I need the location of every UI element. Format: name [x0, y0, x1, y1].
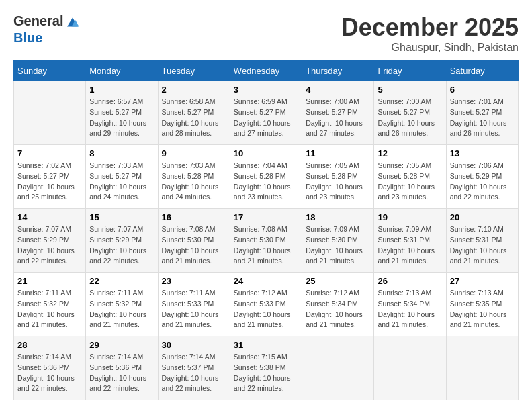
week-row-4: 21 Sunrise: 7:11 AMSunset: 5:32 PMDaylig…	[14, 273, 519, 336]
day-number: 14	[17, 212, 82, 222]
cell-w3-d4: 17 Sunrise: 7:08 AMSunset: 5:30 PMDaylig…	[230, 209, 302, 273]
day-number: 30	[162, 340, 226, 350]
cell-w5-d6	[374, 336, 446, 400]
day-detail: Sunrise: 7:12 AMSunset: 5:33 PMDaylight:…	[234, 289, 291, 328]
day-number: 7	[17, 148, 82, 158]
cell-w5-d3: 30 Sunrise: 7:14 AMSunset: 5:37 PMDaylig…	[158, 336, 230, 400]
day-number: 20	[450, 212, 515, 222]
day-number: 11	[306, 148, 370, 158]
day-detail: Sunrise: 7:14 AMSunset: 5:37 PMDaylight:…	[162, 353, 219, 392]
day-detail: Sunrise: 7:01 AMSunset: 5:27 PMDaylight:…	[450, 97, 507, 137]
header-row: Sunday Monday Tuesday Wednesday Thursday…	[14, 61, 519, 81]
cell-w3-d3: 16 Sunrise: 7:08 AMSunset: 5:30 PMDaylig…	[158, 209, 230, 273]
cell-w5-d2: 29 Sunrise: 7:14 AMSunset: 5:36 PMDaylig…	[86, 336, 158, 400]
day-detail: Sunrise: 6:58 AMSunset: 5:27 PMDaylight:…	[162, 97, 219, 137]
day-number: 24	[234, 276, 298, 286]
day-detail: Sunrise: 7:11 AMSunset: 5:32 PMDaylight:…	[17, 289, 75, 328]
day-detail: Sunrise: 7:08 AMSunset: 5:30 PMDaylight:…	[162, 225, 219, 265]
day-detail: Sunrise: 7:12 AMSunset: 5:34 PMDaylight:…	[306, 289, 363, 328]
day-detail: Sunrise: 7:14 AMSunset: 5:36 PMDaylight:…	[17, 353, 75, 392]
title-block: December 2025 Ghauspur, Sindh, Pakistan	[341, 13, 519, 54]
cell-w1-d5: 4 Sunrise: 7:00 AMSunset: 5:27 PMDayligh…	[302, 81, 374, 145]
cell-w4-d5: 25 Sunrise: 7:12 AMSunset: 5:34 PMDaylig…	[302, 273, 374, 336]
day-detail: Sunrise: 7:04 AMSunset: 5:28 PMDaylight:…	[234, 161, 291, 201]
cell-w3-d6: 19 Sunrise: 7:09 AMSunset: 5:31 PMDaylig…	[374, 209, 446, 273]
day-number: 22	[89, 276, 154, 286]
day-number: 31	[234, 340, 298, 350]
header-saturday: Saturday	[446, 61, 518, 81]
week-row-3: 14 Sunrise: 7:07 AMSunset: 5:29 PMDaylig…	[14, 209, 519, 273]
day-number: 17	[234, 212, 298, 222]
day-detail: Sunrise: 7:05 AMSunset: 5:28 PMDaylight:…	[378, 161, 435, 201]
cell-w4-d2: 22 Sunrise: 7:11 AMSunset: 5:32 PMDaylig…	[86, 273, 158, 336]
day-detail: Sunrise: 7:03 AMSunset: 5:28 PMDaylight:…	[162, 161, 219, 201]
header-sunday: Sunday	[14, 61, 86, 81]
header-monday: Monday	[86, 61, 158, 81]
cell-w1-d6: 5 Sunrise: 7:00 AMSunset: 5:27 PMDayligh…	[374, 81, 446, 145]
day-number: 23	[162, 276, 226, 286]
cell-w3-d1: 14 Sunrise: 7:07 AMSunset: 5:29 PMDaylig…	[14, 209, 86, 273]
logo-blue: Blue	[13, 30, 81, 46]
day-detail: Sunrise: 7:09 AMSunset: 5:31 PMDaylight:…	[378, 225, 435, 265]
day-number: 10	[234, 148, 298, 158]
header-thursday: Thursday	[302, 61, 374, 81]
cell-w2-d5: 11 Sunrise: 7:05 AMSunset: 5:28 PMDaylig…	[302, 145, 374, 209]
cell-w2-d1: 7 Sunrise: 7:02 AMSunset: 5:27 PMDayligh…	[14, 145, 86, 209]
day-detail: Sunrise: 7:13 AMSunset: 5:35 PMDaylight:…	[450, 289, 507, 328]
day-detail: Sunrise: 7:08 AMSunset: 5:30 PMDaylight:…	[234, 225, 291, 265]
day-number: 1	[89, 85, 154, 95]
cell-w2-d4: 10 Sunrise: 7:04 AMSunset: 5:28 PMDaylig…	[230, 145, 302, 209]
cell-w1-d7: 6 Sunrise: 7:01 AMSunset: 5:27 PMDayligh…	[446, 81, 518, 145]
header-tuesday: Tuesday	[158, 61, 230, 81]
day-detail: Sunrise: 7:02 AMSunset: 5:27 PMDaylight:…	[17, 161, 75, 201]
cell-w1-d2: 1 Sunrise: 6:57 AMSunset: 5:27 PMDayligh…	[86, 81, 158, 145]
cell-w2-d6: 12 Sunrise: 7:05 AMSunset: 5:28 PMDaylig…	[374, 145, 446, 209]
cell-w3-d7: 20 Sunrise: 7:10 AMSunset: 5:31 PMDaylig…	[446, 209, 518, 273]
day-number: 4	[306, 85, 370, 95]
cell-w2-d3: 9 Sunrise: 7:03 AMSunset: 5:28 PMDayligh…	[158, 145, 230, 209]
cell-w4-d3: 23 Sunrise: 7:11 AMSunset: 5:33 PMDaylig…	[158, 273, 230, 336]
day-number: 29	[89, 340, 154, 350]
day-detail: Sunrise: 7:07 AMSunset: 5:29 PMDaylight:…	[89, 225, 146, 265]
day-detail: Sunrise: 7:03 AMSunset: 5:27 PMDaylight:…	[89, 161, 146, 201]
day-detail: Sunrise: 7:13 AMSunset: 5:34 PMDaylight:…	[378, 289, 435, 328]
day-detail: Sunrise: 6:57 AMSunset: 5:27 PMDaylight:…	[89, 97, 146, 137]
day-detail: Sunrise: 7:11 AMSunset: 5:32 PMDaylight:…	[89, 289, 146, 328]
page-header: General Blue December 2025 Ghauspur, Sin…	[13, 13, 519, 54]
day-number: 15	[89, 212, 154, 222]
cell-w4-d6: 26 Sunrise: 7:13 AMSunset: 5:34 PMDaylig…	[374, 273, 446, 336]
day-detail: Sunrise: 7:07 AMSunset: 5:29 PMDaylight:…	[17, 225, 75, 265]
cell-w5-d5	[302, 336, 374, 400]
logo: General Blue	[13, 13, 81, 46]
day-detail: Sunrise: 7:11 AMSunset: 5:33 PMDaylight:…	[162, 289, 219, 328]
day-number: 27	[450, 276, 515, 286]
day-number: 25	[306, 276, 370, 286]
day-detail: Sunrise: 7:06 AMSunset: 5:29 PMDaylight:…	[450, 161, 507, 201]
day-number: 28	[17, 340, 82, 350]
cell-w3-d5: 18 Sunrise: 7:09 AMSunset: 5:30 PMDaylig…	[302, 209, 374, 273]
cell-w4-d4: 24 Sunrise: 7:12 AMSunset: 5:33 PMDaylig…	[230, 273, 302, 336]
cell-w1-d4: 3 Sunrise: 6:59 AMSunset: 5:27 PMDayligh…	[230, 81, 302, 145]
day-number: 3	[234, 85, 298, 95]
day-detail: Sunrise: 7:00 AMSunset: 5:27 PMDaylight:…	[378, 97, 435, 137]
day-detail: Sunrise: 7:05 AMSunset: 5:28 PMDaylight:…	[306, 161, 363, 201]
day-number: 9	[162, 148, 226, 158]
logo-general: General	[13, 13, 63, 28]
cell-w4-d7: 27 Sunrise: 7:13 AMSunset: 5:35 PMDaylig…	[446, 273, 518, 336]
day-number: 21	[17, 276, 82, 286]
cell-w1-d1	[14, 81, 86, 145]
day-detail: Sunrise: 7:09 AMSunset: 5:30 PMDaylight:…	[306, 225, 363, 265]
cell-w5-d4: 31 Sunrise: 7:15 AMSunset: 5:38 PMDaylig…	[230, 336, 302, 400]
cell-w2-d7: 13 Sunrise: 7:06 AMSunset: 5:29 PMDaylig…	[446, 145, 518, 209]
day-number: 6	[450, 85, 515, 95]
day-number: 8	[89, 148, 154, 158]
day-detail: Sunrise: 7:10 AMSunset: 5:31 PMDaylight:…	[450, 225, 507, 265]
day-number: 13	[450, 148, 515, 158]
day-number: 19	[378, 212, 442, 222]
day-detail: Sunrise: 7:14 AMSunset: 5:36 PMDaylight:…	[89, 353, 146, 392]
day-detail: Sunrise: 7:00 AMSunset: 5:27 PMDaylight:…	[306, 97, 363, 137]
logo-icon	[64, 14, 81, 30]
month-title: December 2025	[341, 13, 519, 42]
day-number: 2	[162, 85, 226, 95]
cell-w1-d3: 2 Sunrise: 6:58 AMSunset: 5:27 PMDayligh…	[158, 81, 230, 145]
